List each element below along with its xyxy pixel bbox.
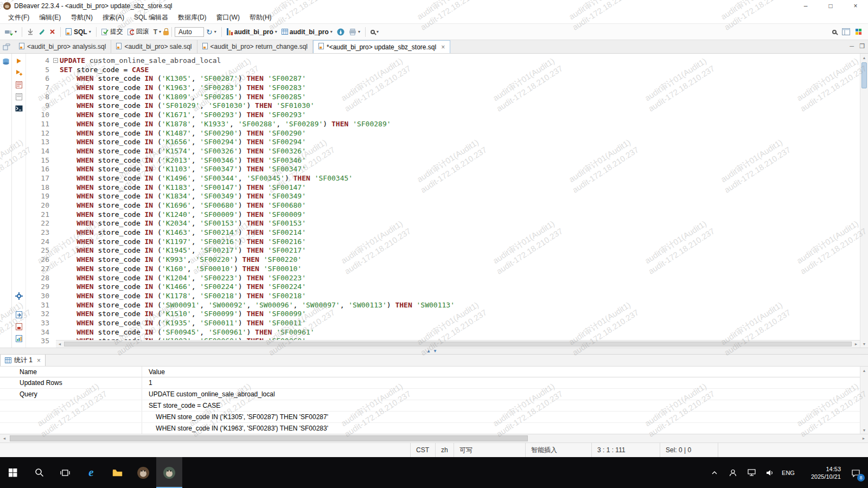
dbeaver-taskbar-icon[interactable] bbox=[130, 457, 156, 488]
menu-item[interactable]: 搜索(A) bbox=[98, 12, 129, 23]
quick-search-icon[interactable] bbox=[832, 30, 837, 34]
editor-vertical-scrollbar[interactable]: ▲ ▼ bbox=[860, 54, 868, 348]
open-perspective-icon[interactable] bbox=[842, 28, 850, 35]
sql-editor-button[interactable]: SQL ▾ bbox=[63, 27, 93, 37]
print-button[interactable]: ▾ bbox=[347, 28, 362, 36]
explain-plan-icon[interactable] bbox=[14, 92, 24, 101]
tray-user-icon[interactable] bbox=[724, 457, 742, 488]
execute-statement-icon[interactable] bbox=[14, 56, 24, 66]
maximize-view-icon[interactable]: ❒ bbox=[859, 43, 865, 50]
new-connection-button[interactable]: ▾ bbox=[2, 27, 19, 37]
window-title: DBeaver 22.3.4 - <audit_bi_pro> update_s… bbox=[14, 2, 173, 10]
editor-tab[interactable]: <audit_bi_pro> analysis.sql bbox=[14, 40, 111, 53]
dbeaver-taskbar-icon-active[interactable] bbox=[156, 457, 182, 488]
stats-row[interactable]: WHEN store_code IN ('K1963', 'SF00283') … bbox=[0, 423, 860, 434]
statistics-tab[interactable]: 统计 1 × bbox=[0, 354, 46, 366]
stats-row[interactable]: WHEN store_code IN ('K1305', 'SF00287') … bbox=[0, 412, 860, 423]
tray-chevron-up-icon[interactable] bbox=[705, 457, 724, 488]
search-icon bbox=[371, 30, 375, 34]
taskbar-clock[interactable]: 14:53 2025/10/21 bbox=[797, 465, 843, 480]
scroll-right-icon[interactable]: ► bbox=[859, 434, 868, 442]
navigate-button[interactable] bbox=[335, 27, 347, 37]
stats-row[interactable]: SET store_code = CASE bbox=[0, 400, 860, 412]
fetch-button[interactable] bbox=[25, 27, 36, 36]
scroll-left-icon[interactable]: ◄ bbox=[56, 341, 63, 348]
splitter-down-icon[interactable]: ▼ bbox=[433, 349, 437, 354]
menu-item[interactable]: 文件(F) bbox=[3, 12, 34, 23]
maximize-button[interactable]: □ bbox=[818, 0, 843, 12]
tray-volume-icon[interactable] bbox=[761, 457, 779, 488]
menu-item[interactable]: 数据库(D) bbox=[173, 12, 212, 23]
bottom-horizontal-scrollbar[interactable]: ◄ ► bbox=[0, 434, 868, 442]
execute-script-icon[interactable] bbox=[14, 80, 24, 89]
restore-panel-icon[interactable] bbox=[3, 43, 10, 53]
rollback-button[interactable]: 回滚 bbox=[125, 26, 151, 37]
menu-item[interactable]: 导航(N) bbox=[66, 12, 98, 23]
commit-mode-select[interactable]: Auto bbox=[175, 27, 204, 37]
menu-item[interactable]: 帮助(H) bbox=[245, 12, 277, 23]
refresh-button[interactable]: ↻ ▾ bbox=[204, 27, 219, 37]
script-statistics-icon[interactable] bbox=[14, 333, 24, 343]
stats-row[interactable]: Updated Rows1 bbox=[0, 377, 860, 389]
sql-editor[interactable]: 4567891011121314151617181920212223242526… bbox=[26, 54, 860, 348]
taskbar-search-icon[interactable] bbox=[26, 457, 52, 488]
export-resultset-icon[interactable] bbox=[14, 310, 24, 319]
panel-splitter[interactable]: ▲ ▼ bbox=[0, 348, 868, 355]
clock-date: 2025/10/21 bbox=[797, 473, 841, 480]
minimize-button[interactable]: – bbox=[793, 0, 818, 12]
toolbar-search-button[interactable]: ▾ bbox=[368, 29, 381, 35]
status-bar: CSTzh可写智能插入3 : 1 : 111Sel: 0 | 0 bbox=[0, 442, 868, 457]
sql-console-icon[interactable] bbox=[14, 104, 24, 113]
action-center-icon[interactable]: 8 bbox=[843, 457, 868, 488]
commit-mode-value: Auto bbox=[178, 28, 192, 36]
stats-row[interactable]: QueryUPDATE custom_online_sale_abroad_lo… bbox=[0, 389, 860, 400]
scroll-up-icon[interactable]: ▲ bbox=[860, 367, 868, 374]
perspective-grid-icon[interactable] bbox=[856, 29, 861, 35]
tab-close-icon[interactable]: × bbox=[37, 357, 41, 364]
edge-browser-icon[interactable]: e bbox=[78, 457, 104, 488]
scroll-right-icon[interactable]: ► bbox=[852, 341, 860, 348]
tray-network-icon[interactable] bbox=[742, 457, 761, 488]
minimize-view-icon[interactable]: ─ bbox=[850, 43, 854, 50]
scroll-left-icon[interactable]: ◄ bbox=[0, 434, 9, 442]
editor-tab[interactable]: <audit_bi_pro> return_change.sql bbox=[197, 40, 313, 53]
editor-horizontal-scrollbar[interactable]: ◄ ► bbox=[56, 340, 860, 348]
database-navigator-icon[interactable] bbox=[2, 58, 10, 66]
delete-button[interactable] bbox=[47, 28, 58, 36]
transaction-mode-button[interactable]: T ▾ bbox=[151, 27, 163, 37]
line-number: 35 bbox=[26, 337, 52, 346]
stats-vertical-scrollbar[interactable]: ▲ ▼ bbox=[860, 367, 868, 434]
menu-item[interactable]: SQL 编辑器 bbox=[129, 12, 173, 23]
code-line: WHEN store_code IN ('K1183', 'SF00147') … bbox=[60, 183, 860, 192]
settings-gear-icon[interactable] bbox=[14, 291, 24, 301]
task-view-icon[interactable] bbox=[52, 457, 78, 488]
menu-item[interactable]: 编辑(E) bbox=[34, 12, 66, 23]
connection-selector[interactable]: audit_bi_pro ▾ bbox=[225, 27, 279, 37]
editor-tab[interactable]: *<audit_bi_pro> update_sbz_store.sql× bbox=[313, 40, 450, 53]
commit-button[interactable]: 提交 bbox=[99, 26, 125, 37]
vertical-scroll-thumb[interactable] bbox=[861, 62, 867, 88]
line-number: 24 bbox=[26, 237, 52, 247]
horizontal-scroll-thumb[interactable] bbox=[64, 342, 852, 346]
file-explorer-icon[interactable] bbox=[104, 457, 130, 488]
scroll-down-icon[interactable]: ▼ bbox=[860, 426, 868, 434]
splitter-up-icon[interactable]: ▲ bbox=[426, 349, 431, 354]
save-script-icon[interactable] bbox=[14, 322, 24, 331]
schema-selector[interactable]: audit_bi_pro ▾ bbox=[279, 27, 335, 37]
splitter-arrows[interactable]: ▲ ▼ bbox=[426, 349, 437, 354]
close-button[interactable]: × bbox=[843, 0, 868, 12]
tab-close-icon[interactable]: × bbox=[441, 43, 445, 51]
editor-tab[interactable]: <audit_bi_pro> sale.sql bbox=[111, 40, 197, 53]
line-number: 14 bbox=[26, 147, 52, 156]
scroll-up-icon[interactable]: ▲ bbox=[860, 54, 868, 61]
execute-new-tab-icon[interactable] bbox=[14, 68, 24, 78]
horizontal-scroll-thumb[interactable] bbox=[10, 435, 528, 441]
scroll-down-icon[interactable]: ▼ bbox=[860, 340, 868, 348]
menu-item[interactable]: 窗口(W) bbox=[212, 12, 245, 23]
edit-button[interactable] bbox=[36, 27, 47, 36]
start-button[interactable] bbox=[0, 457, 26, 488]
fold-collapse-icon[interactable]: − bbox=[53, 58, 58, 63]
code-area[interactable]: UPDATE custom_online_sale_abroad_localSE… bbox=[60, 54, 860, 348]
sql-file-icon bbox=[318, 43, 324, 51]
language-indicator[interactable]: ENG bbox=[779, 457, 797, 488]
